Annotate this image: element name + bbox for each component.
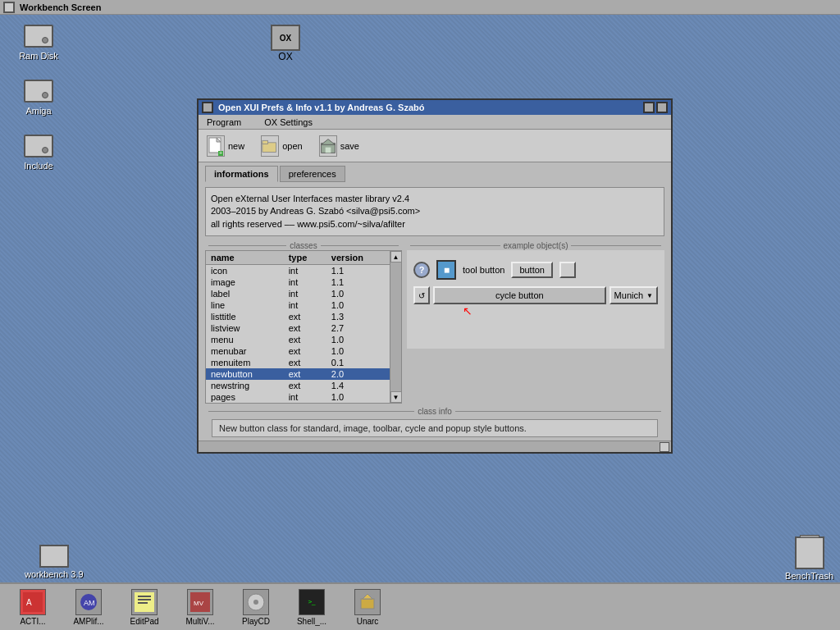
tool-button-btn[interactable]: button	[511, 262, 553, 278]
scroll-up-button[interactable]: ▲	[390, 251, 402, 262]
table-row[interactable]: menuitemext0.1	[206, 357, 390, 368]
table-row[interactable]: newstringext1.4	[206, 380, 390, 391]
table-row[interactable]: lineint1.0	[206, 299, 390, 311]
window-close-button[interactable]	[202, 102, 213, 113]
desktop-icon-amiga[interactable]: Amiga	[10, 78, 67, 116]
class-info-text: New button class for standard, image, to…	[212, 419, 658, 437]
taskbar-item-shell[interactable]: >_ Shell_...	[285, 589, 338, 626]
include-label: Include	[24, 161, 52, 171]
svg-point-20	[253, 600, 258, 605]
table-row[interactable]: menuext1.0	[206, 334, 390, 345]
toolbar-open-button[interactable]: open	[261, 135, 302, 157]
svg-text:A: A	[26, 598, 32, 607]
toolbar-new-label: new	[228, 141, 244, 151]
include-icon	[24, 135, 53, 158]
class-info-panel: class info New button class for standard…	[205, 407, 664, 437]
window-minimize-button[interactable]	[643, 102, 655, 113]
toolbar-new-button[interactable]: + new	[207, 135, 244, 157]
popup-button[interactable]: Munich ▼	[609, 286, 658, 304]
taskbar-item-amplif[interactable]: AM AMPlif...	[62, 589, 115, 626]
open-icon	[261, 135, 279, 157]
classes-table-container: name type version iconint1.1imageint1.1l…	[205, 250, 402, 404]
amplif-label: AMPlif...	[73, 617, 103, 626]
cube-icon: ◼	[436, 260, 456, 280]
cycle-button[interactable]: cycle button	[433, 286, 606, 304]
tool-button-label: tool button	[463, 265, 504, 275]
svg-rect-14	[138, 596, 151, 597]
table-row[interactable]: imageint1.1	[206, 276, 390, 288]
menu-ox-settings[interactable]: OX Settings	[261, 116, 316, 128]
taskbar-item-playcd[interactable]: PlayCD	[230, 589, 282, 626]
multiv-icon: MV	[187, 589, 213, 615]
tabs-bar: informations preferences	[199, 162, 671, 182]
ox-icon: OX	[271, 25, 300, 51]
col-type: type	[284, 251, 326, 265]
toolbar-save-button[interactable]: save	[319, 135, 359, 157]
table-row[interactable]: iconint1.1	[206, 265, 390, 277]
taskbar-item-unarc[interactable]: Unarc	[341, 589, 394, 626]
table-row[interactable]: listtitleext1.3	[206, 311, 390, 322]
new-icon: +	[207, 135, 225, 157]
cursor-indicator: ↖	[463, 304, 472, 317]
cycle-button-row: ↺ cycle button Munich ▼	[413, 286, 658, 304]
tool-button-square[interactable]	[559, 262, 576, 278]
taskbar-item-multiv[interactable]: MV MultiV...	[174, 589, 226, 626]
popup-button-label: Munich	[614, 290, 643, 300]
multiv-label: MultiV...	[185, 617, 214, 626]
ox-label: OX	[278, 51, 292, 62]
playcd-label: PlayCD	[242, 617, 270, 626]
question-icon: ?	[413, 262, 430, 278]
toolbar-open-label: open	[282, 141, 302, 151]
resize-handle[interactable]	[660, 442, 669, 452]
ramdisk-icon	[24, 25, 53, 48]
playcd-icon	[243, 589, 269, 615]
desktop-icon-ramdisk[interactable]: Ram Disk	[10, 23, 67, 61]
trash-icon	[795, 536, 824, 569]
unarc-label: Unarc	[357, 617, 379, 626]
info-text-box: Open eXternal User Interfaces master lib…	[205, 187, 664, 236]
menu-bar: Program OX Settings	[199, 115, 671, 130]
scroll-down-button[interactable]: ▼	[390, 391, 402, 403]
screen-close-box[interactable]	[3, 2, 15, 13]
svg-marker-22	[363, 594, 372, 599]
table-row[interactable]: newbuttonext2.0	[206, 368, 390, 380]
desktop-icon-workbench[interactable]: workbench 3.9	[25, 545, 84, 579]
svg-text:AM: AM	[84, 599, 95, 607]
window-maximize-button[interactable]	[656, 102, 668, 113]
window-title-bar: Open XUI Prefs & Info v1.1 by Andreas G.…	[199, 100, 671, 115]
window-title: Open XUI Prefs & Info v1.1 by Andreas G.…	[218, 103, 643, 112]
taskbar-item-acti[interactable]: A ACTI...	[7, 589, 59, 626]
svg-rect-16	[138, 602, 148, 604]
svg-text:+: +	[219, 150, 222, 156]
table-row[interactable]: pagesint1.0	[206, 391, 390, 403]
table-row[interactable]: menubarext1.0	[206, 345, 390, 357]
bench-trash[interactable]: BenchTrash	[785, 536, 833, 581]
save-icon	[319, 135, 337, 157]
amiga-icon	[24, 80, 53, 103]
screen-title: Workbench Screen	[20, 2, 101, 12]
desktop-icon-include[interactable]: Include	[10, 133, 67, 171]
col-version: version	[326, 251, 390, 265]
tab-preferences[interactable]: preferences	[280, 166, 345, 182]
cycle-reset-button[interactable]: ↺	[413, 286, 430, 304]
classes-panel-title: classes	[205, 241, 402, 250]
acti-label: ACTI...	[20, 617, 45, 626]
table-row[interactable]: listviewext2.7	[206, 322, 390, 334]
shell-label: Shell_...	[297, 617, 326, 626]
taskbar-item-editpad[interactable]: EditPad	[118, 589, 171, 626]
svg-rect-15	[138, 599, 151, 600]
toolbar-save-label: save	[340, 141, 359, 151]
editpad-label: EditPad	[130, 617, 158, 626]
table-row[interactable]: labelint1.0	[206, 288, 390, 299]
desktop-icon-ox[interactable]: OX OX	[271, 25, 300, 62]
menu-program[interactable]: Program	[203, 116, 244, 128]
editpad-icon	[131, 589, 158, 615]
app-window: Open XUI Prefs & Info v1.1 by Andreas G.…	[197, 98, 673, 454]
tab-informations[interactable]: informations	[205, 166, 278, 182]
svg-rect-5	[262, 140, 268, 144]
acti-icon: A	[20, 589, 46, 615]
toolbar: + new open save	[199, 130, 671, 162]
classes-scrollbar[interactable]: ▲ ▼	[390, 251, 401, 403]
example-content: ? ◼ tool button button ↺ cycle button Mu…	[407, 250, 664, 349]
info-line-1: Open eXternal User Interfaces master lib…	[211, 193, 659, 205]
